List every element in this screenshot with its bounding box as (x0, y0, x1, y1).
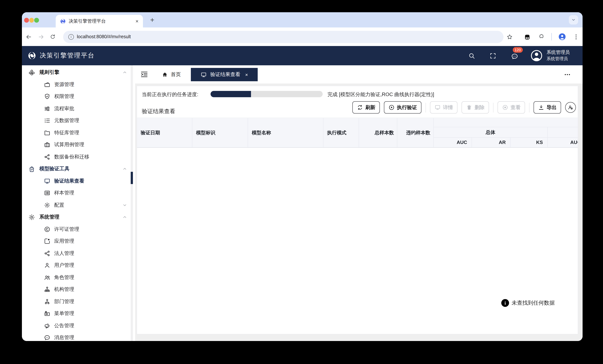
sidebar-item[interactable]: 角色管理 (22, 272, 135, 284)
bookmark-star-icon[interactable] (507, 34, 513, 40)
sidebar-item-label: 试算用例管理 (54, 142, 84, 148)
tab-close-icon[interactable]: × (136, 18, 139, 24)
new-tab-button[interactable]: + (147, 15, 157, 25)
sidebar-item[interactable]: 验证结果查看 (22, 175, 135, 187)
fullscreen-icon[interactable] (489, 52, 497, 59)
sidebar-group-item[interactable]: 模型验证工具 (22, 163, 135, 175)
toolbar-button[interactable]: 刷新 (352, 101, 380, 114)
sidebar-scrollbar-track[interactable] (130, 65, 133, 341)
browser-tab[interactable]: 决策引擎管理平台 × (56, 15, 143, 27)
refresh-icon (357, 104, 363, 111)
sidebar-item[interactable]: 用户管理 (22, 259, 135, 272)
url-field[interactable]: i localhost:8080/#/mv/result (63, 31, 503, 43)
table-column-header: 模型标识 (192, 118, 248, 147)
traffic-close-button[interactable] (24, 18, 29, 23)
sidebar-item[interactable]: 法人管理 (22, 247, 135, 259)
toolbar: 刷新执行验证详情删除查看导出 (352, 101, 576, 114)
sidebar-group-item[interactable]: 规则引擎 (22, 67, 135, 79)
sidebar-item-label: 许可证管理 (54, 226, 79, 233)
sidebar-item-label: 消息管理 (54, 334, 74, 341)
bag-check-icon (28, 166, 35, 172)
tab-active-label: 验证结果查看 (210, 71, 240, 78)
site-info-icon[interactable]: i (68, 34, 74, 40)
sidebar-item-label: 数据备份和迁移 (54, 154, 89, 160)
sidebar-item-label: 验证结果查看 (54, 178, 84, 184)
chevron-up-icon[interactable] (122, 70, 127, 75)
gear-icon (28, 214, 35, 221)
sidebar-item-label: 资源管理 (54, 81, 74, 88)
messages-icon[interactable] (511, 53, 518, 60)
gear-icon (44, 202, 50, 208)
progress-label: 当前正在执行的任务进度: (142, 91, 198, 98)
sidebar-item[interactable]: 数据备份和迁移 (22, 151, 135, 163)
sidebar-item[interactable]: 特征库管理 (22, 127, 135, 139)
sidebar-collapse-icon[interactable] (140, 70, 148, 78)
devtools-extension-icon[interactable] (524, 34, 531, 40)
sidebar-item[interactable]: 消息管理 (22, 332, 135, 341)
search-icon[interactable] (468, 52, 475, 59)
sidebar-item[interactable]: 应用管理 (22, 235, 135, 247)
sidebar-item[interactable]: 样本管理 (22, 187, 135, 199)
app-header: 决策引擎管理平台 120 系统管理员 系统管理员 (22, 46, 583, 65)
toolbar-button[interactable]: 删除 (462, 101, 489, 114)
sidebar-item[interactable]: 权限管理 (22, 91, 135, 102)
back-button[interactable] (26, 34, 32, 40)
sidebar-item[interactable]: 配置 (22, 199, 135, 211)
table-subcolumn-header: AUC (434, 137, 472, 147)
toolbar-button[interactable]: 详情 (430, 101, 457, 114)
chevron-up-icon[interactable] (122, 166, 127, 172)
table-subcolumn-header: AUC (548, 137, 578, 147)
tab-close-icon[interactable]: × (245, 72, 248, 77)
toolbar-button[interactable]: 执行验证 (384, 101, 421, 114)
tab-active[interactable]: 验证结果查看 × (191, 68, 258, 81)
home-icon (162, 72, 168, 78)
tab-search-button[interactable] (569, 15, 578, 24)
column-settings-button[interactable] (565, 102, 576, 113)
chevron-down-icon[interactable] (122, 203, 127, 208)
tab-overflow-kebab-icon[interactable] (564, 71, 571, 78)
shield-check-icon (44, 93, 50, 100)
page-tabbar: 首页 验证结果查看 × (135, 65, 583, 83)
sidebar-group-label: 系统管理 (39, 214, 59, 221)
sidebar-item[interactable]: 部门管理 (22, 296, 135, 307)
browser-profile-avatar[interactable] (558, 33, 566, 41)
toolbar-button-label: 详情 (443, 104, 453, 111)
sidebar-item-label: 公告管理 (54, 322, 74, 329)
extensions-puzzle-icon[interactable] (538, 34, 545, 40)
sidebar-group-item[interactable]: 系统管理 (22, 211, 135, 223)
sidebar-scrollbar-thumb[interactable] (130, 172, 133, 184)
app-icon (44, 238, 50, 245)
progress-status: 完成 [模型区分能力验证,ROC 曲线执行器(定性)] (327, 91, 434, 98)
divider (426, 102, 426, 112)
sidebar-item[interactable]: 试算用例管理 (22, 139, 135, 151)
sidebar-item[interactable]: 123元数据管理 (22, 115, 135, 127)
sidebar: 规则引擎资源管理权限管理流程审批123元数据管理特征库管理试算用例管理数据备份和… (22, 65, 135, 341)
progress-fill (210, 91, 251, 97)
forward-button[interactable] (38, 34, 44, 40)
chevron-up-icon[interactable] (122, 215, 127, 220)
sidebar-item[interactable]: 公告管理 (22, 320, 135, 332)
sidebar-item[interactable]: 许可证管理 (22, 223, 135, 235)
sidebar-item-label: 菜单管理 (54, 310, 74, 317)
sidebar-item[interactable]: 流程审批 (22, 102, 135, 115)
megaphone-icon (44, 322, 50, 329)
monitor-icon (200, 71, 207, 78)
user-avatar[interactable] (530, 49, 543, 62)
tab-home[interactable]: 首页 (159, 69, 184, 80)
table-subcolumn-header: AR (472, 137, 510, 147)
sidebar-item[interactable]: 机构管理 (22, 284, 135, 296)
sidebar-item[interactable]: 菜单管理 (22, 307, 135, 320)
traffic-minimize-button[interactable] (29, 18, 34, 23)
sidebar-item-label: 元数据管理 (54, 117, 79, 124)
traffic-zoom-button[interactable] (34, 18, 39, 23)
table-body: i 未查找到任何数据 (137, 148, 578, 334)
browser-address-bar: i localhost:8080/#/mv/result (22, 27, 583, 46)
folder-icon (44, 129, 50, 136)
user-info[interactable]: 系统管理员 系统管理员 (546, 49, 570, 62)
sidebar-item-label: 样本管理 (54, 190, 74, 196)
browser-menu-kebab-icon[interactable] (573, 34, 579, 40)
export-button[interactable]: 导出 (533, 101, 561, 114)
toolbar-button[interactable]: 查看 (498, 101, 525, 114)
sidebar-item[interactable]: 资源管理 (22, 79, 135, 91)
reload-button[interactable] (50, 34, 56, 40)
